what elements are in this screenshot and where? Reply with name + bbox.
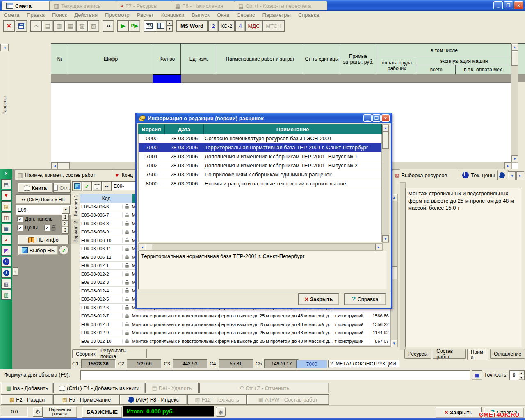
split-view-button[interactable] [155, 20, 167, 32]
catalog-row[interactable]: E09-03-012-7 Монтаж стропильных и подстр… [80, 312, 390, 321]
mtsn-button[interactable]: МТСН [262, 20, 285, 32]
tab-resource-selection[interactable]: ▧Выборка ресурсов [391, 170, 460, 180]
grid-current-row[interactable] [51, 74, 511, 83]
catalog-book-button[interactable] [92, 181, 102, 191]
search-nb-button[interactable]: (Ctrl+) Поиск в НБ [16, 194, 71, 204]
tabs-scroll-left[interactable] [508, 171, 516, 180]
precision-down[interactable]: ▾ [518, 375, 525, 380]
save-button[interactable] [16, 20, 27, 32]
minimize-button[interactable]: _ [493, 1, 503, 9]
grid-scroll-up[interactable] [511, 44, 518, 51]
col-machines-mech[interactable]: в т.ч. оплата мех. [455, 65, 512, 75]
book-button[interactable]: Книга [18, 183, 52, 193]
ctrl-z-undo-button[interactable]: Ctrl+Z - Отменить [199, 383, 329, 393]
find-button[interactable] [103, 20, 114, 32]
grid-vthumb[interactable] [511, 51, 518, 66]
catalog-row[interactable]: E09-03-012-9 Монтаж стропильных и подстр… [80, 329, 390, 338]
dialog-col-version[interactable]: Версия [138, 124, 165, 134]
table-icon[interactable]: ▦ [1, 290, 11, 300]
dialog-col-note[interactable]: Примечание [204, 124, 382, 134]
nb-confirm-button[interactable] [59, 245, 69, 255]
del-remove-button[interactable]: ▤Del - Удалить [145, 383, 199, 393]
ks2-button[interactable]: КС-2 [218, 20, 235, 32]
menu-item[interactable]: Просмотр [101, 11, 133, 19]
cut-button[interactable] [30, 20, 42, 32]
menu-item[interactable]: Правка [23, 11, 48, 19]
code-combo[interactable]: E09- ▼ [16, 205, 71, 215]
run-print-button[interactable] [129, 20, 140, 32]
nb-info-button[interactable]: НБ-инфо [18, 235, 69, 244]
tab-current-prices[interactable]: ЧТек. цены [459, 170, 502, 180]
tab-ctrl-i-coefficients[interactable]: ▤Ctrl+I - Коэф-ты пересчета [234, 1, 327, 10]
tab-smeta[interactable]: Смета [2, 1, 52, 10]
col-num[interactable]: № [51, 43, 69, 75]
menu-item[interactable]: Расчет [133, 11, 157, 19]
f4-add-from-book-button[interactable]: (Ctrl+) F4 - Добавить из книги [53, 383, 145, 393]
ms-word-button[interactable]: MS Word [176, 20, 208, 32]
dialog-scroll-right[interactable] [375, 244, 382, 250]
sections-collapse-button[interactable] [0, 44, 9, 51]
grid-scroll-right[interactable] [504, 162, 511, 169]
catalog-row[interactable]: E09-03-012-10 Монтаж стропильных и подст… [80, 337, 390, 346]
settings-button[interactable] [33, 407, 43, 417]
right-bottom-tab[interactable]: Ресурсы [404, 349, 431, 359]
spin-down-button[interactable]: ▾ [167, 25, 173, 32]
f5-note-button[interactable]: ▨F5 - Примечание [53, 394, 120, 405]
note-icon[interactable]: ▨ [1, 201, 11, 211]
tab-name-notes-works[interactable]: Наим-е, примеч., состав работ [15, 170, 114, 180]
grid-hthumb[interactable] [57, 162, 70, 169]
dialog-hthumb[interactable] [145, 244, 152, 250]
tab-info[interactable]: i [497, 170, 509, 180]
dialog-help-button[interactable]: Справка [344, 293, 386, 305]
f2-section-button[interactable]: ▩F2 - Раздел [1, 394, 53, 405]
col-unit-cost[interactable]: Ст-ть единицы [304, 43, 340, 75]
tab-variant-1[interactable]: Вариант 1 [71, 193, 80, 218]
toc-toggle[interactable]: Огл. [53, 183, 71, 193]
close-button[interactable]: × [514, 1, 523, 9]
clock-icon[interactable]: Ч [1, 257, 11, 267]
menu-item[interactable]: Параметры [259, 11, 294, 19]
f12-tech-button[interactable]: ▧F12 - Тех.часть [187, 394, 247, 405]
dialog-version-row[interactable]: 7000 28-03-2006 Территориальная норматив… [139, 143, 381, 152]
document-icon[interactable]: ▤ [1, 179, 11, 189]
precision-field[interactable]: 9 [509, 370, 518, 380]
collapse-panel-button[interactable]: ‹ [13, 267, 18, 276]
sound-button[interactable]: ◉ [216, 407, 226, 417]
basis-prices-button[interactable]: БАЗИСНЫЕ [82, 406, 122, 418]
dialog-version-row[interactable]: 0000 28-03-2006 Согласно номенклатуре ре… [139, 134, 381, 143]
dialog-close-button[interactable]: × [381, 114, 390, 122]
altw-works-button[interactable]: ▦Alt+W - Состав работ [247, 394, 329, 405]
formula-input[interactable] [80, 370, 470, 380]
tab-f6-accruals[interactable]: ▦F6 - Начисления [171, 1, 238, 10]
col-code[interactable]: Шифр [68, 43, 154, 75]
dialog-scroll-up[interactable] [382, 125, 389, 132]
right-bottom-tab[interactable]: Оглавление [490, 349, 525, 359]
panel1-button[interactable]: 1 [62, 214, 69, 221]
calculator-icon[interactable]: ▦ [1, 224, 11, 233]
run-button[interactable] [117, 20, 129, 32]
col-unit[interactable]: Ед. изм. [180, 43, 217, 75]
dialog-maximize-button[interactable]: ❐ [372, 114, 381, 122]
menu-item[interactable]: Действия [71, 11, 101, 19]
right-splitter[interactable] [400, 182, 406, 350]
grid-vscrollbar[interactable] [511, 43, 518, 163]
catalog-find-button[interactable] [102, 181, 112, 191]
pie-chart-icon[interactable]: ◕ [1, 235, 11, 244]
grid-selected-cell[interactable] [153, 74, 181, 83]
dialog-hscrollbar[interactable] [138, 243, 383, 251]
precision-calc-button[interactable]: ▦ [472, 370, 482, 380]
tab-search-results[interactable]: Результаты поиска [97, 349, 147, 358]
col-machines-total[interactable]: всего [416, 65, 457, 75]
catalog-row[interactable]: E09-03-012-11 Монтаж стропильных и подст… [80, 346, 390, 347]
nb-select-button[interactable]: Выбор НБ [18, 245, 58, 255]
clipboard-find-button[interactable] [76, 20, 88, 32]
red-down-arrow-icon[interactable]: ▼ [1, 190, 11, 200]
right-bottom-tab[interactable]: Состав работ [433, 349, 465, 359]
catalog-scroll-down[interactable] [391, 340, 397, 347]
menu-item[interactable]: Сервис [233, 11, 259, 19]
menu-item[interactable]: Справка [294, 11, 323, 19]
right-bottom-tab[interactable]: Наим-е [467, 349, 488, 360]
tab-f7-resources[interactable]: ◕F7 - Ресурсы [116, 1, 175, 10]
ins-add-button[interactable]: ▥Ins - Добавить [1, 383, 53, 393]
panel3-button[interactable]: 3 [62, 227, 69, 234]
